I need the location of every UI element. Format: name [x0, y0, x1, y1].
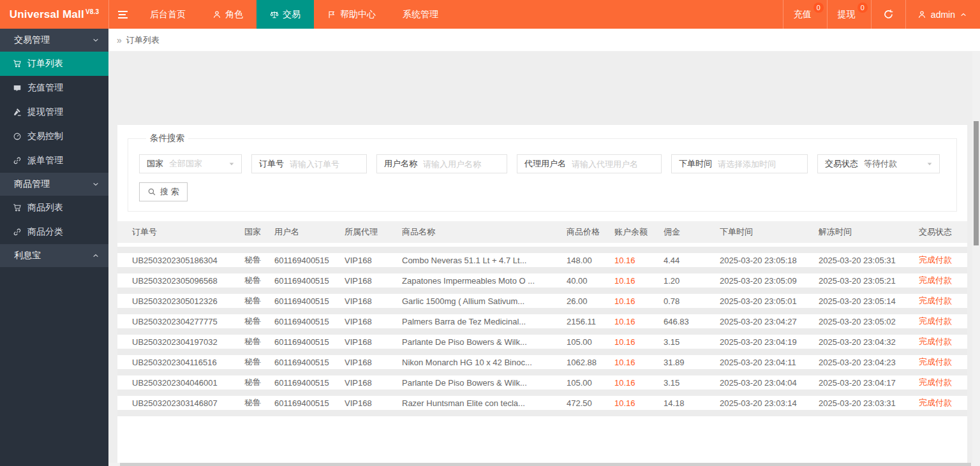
page-title: 订单列表 [126, 34, 160, 46]
sidebar: 交易管理订单列表充值管理提现管理交易控制派单管理商品管理商品列表商品分类利息宝 [0, 29, 108, 466]
cell-order_no: UB2503202303146807 [132, 398, 244, 408]
cell-commission: 14.18 [664, 398, 720, 408]
sidebar-collapse-button[interactable] [108, 0, 137, 29]
withdraw-count-badge: 0 [858, 3, 868, 13]
search-fields-row: 国家全部国家订单号用户名称代理用户名下单时间交易状态等待付款 [139, 154, 947, 173]
search-field-username: 用户名称 [376, 154, 507, 173]
link-icon [13, 156, 22, 165]
country-select[interactable]: 全部国家 [169, 155, 241, 173]
sidebar-item-label: 充值管理 [27, 82, 63, 94]
topbar-recharge-button[interactable]: 充值0 [783, 0, 827, 29]
gavel-icon [13, 108, 22, 117]
search-button[interactable]: 搜 索 [139, 182, 188, 201]
sidebar-group-label: 交易管理 [14, 34, 50, 46]
username-input[interactable] [423, 156, 507, 172]
order-time-input[interactable] [718, 156, 807, 172]
cell-order_time: 2025-03-20 23:04:11 [720, 358, 819, 367]
sidebar-item-trade-control[interactable]: 交易控制 [0, 124, 108, 149]
cell-agent: VIP168 [345, 256, 402, 265]
orders-table: 订单号国家用户名所属代理商品名称商品价格账户余额佣金下单时间解冻时间交易状态 U… [117, 221, 967, 419]
cell-commission: 0.78 [664, 296, 720, 306]
table-row: UB2503202305096568秘鲁601169400515VIP168Za… [117, 267, 967, 288]
cell-order_time: 2025-03-20 23:05:01 [720, 296, 819, 306]
sidebar-group-product-management[interactable]: 商品管理 [0, 173, 108, 196]
hamburger-icon [118, 11, 128, 12]
cell-commission: 3.15 [664, 378, 720, 388]
cell-unfreeze_time: 2025-03-20 23:05:31 [819, 256, 919, 265]
cell-country: 秘鲁 [244, 254, 274, 266]
sidebar-item-label: 交易控制 [27, 131, 63, 142]
cell-balance: 10.16 [614, 358, 664, 367]
table-row: UB2503202304046001秘鲁601169400515VIP168Pa… [117, 369, 967, 390]
topnav-label: 后台首页 [150, 9, 186, 20]
topnav-item-system[interactable]: 系统管理 [389, 0, 452, 29]
search-field-order-no: 订单号 [251, 154, 367, 173]
sidebar-item-dispatch-management[interactable]: 派单管理 [0, 149, 108, 173]
column-header-status: 交易状态 [919, 226, 967, 238]
topnav-label: 帮助中心 [340, 9, 376, 20]
cell-product: Nikon Monarch HG 10 x 42 Binoc... [402, 358, 567, 367]
cell-agent: VIP168 [345, 276, 402, 286]
scales-icon [270, 10, 279, 19]
sidebar-item-withdraw-management[interactable]: 提现管理 [0, 100, 108, 124]
cell-product: Zapatones Impermeables Moto O ... [402, 276, 567, 286]
caret-down-icon [228, 160, 235, 168]
sidebar-item-product-list[interactable]: 商品列表 [0, 196, 108, 220]
refresh-button[interactable] [871, 0, 905, 29]
cell-product: Palmers Barra de Tez Medicinal... [402, 317, 567, 326]
sidebar-item-label: 派单管理 [27, 155, 63, 166]
cell-agent: VIP168 [345, 378, 402, 388]
cell-price: 1062.88 [567, 358, 614, 367]
cell-username: 601169400515 [274, 358, 345, 367]
cell-commission: 3.15 [664, 337, 720, 347]
cart-icon [13, 59, 22, 68]
topnav-label: 角色 [225, 9, 243, 20]
vertical-scrollbar[interactable] [972, 52, 980, 466]
topnav-item-trade[interactable]: 交易 [256, 0, 314, 29]
column-header-order_no: 订单号 [132, 226, 244, 238]
cell-status: 完成付款 [919, 254, 967, 266]
table-body: UB2503202305186304秘鲁601169400515VIP168Co… [117, 247, 967, 419]
app-logo[interactable]: Universal MallV8.3 [0, 0, 108, 29]
agent-username-input[interactable] [572, 156, 661, 172]
cell-balance: 10.16 [614, 256, 664, 265]
topnav-item-home[interactable]: 后台首页 [137, 0, 199, 29]
cell-status: 完成付款 [919, 377, 967, 388]
sidebar-group-interest-treasure[interactable]: 利息宝 [0, 244, 108, 267]
breadcrumb: » 订单列表 [108, 29, 980, 52]
table-row: UB2503202305012326秘鲁601169400515VIP168Ga… [117, 288, 967, 308]
user-icon [917, 10, 926, 19]
sidebar-group-trade-management[interactable]: 交易管理 [0, 29, 108, 52]
app-version: V8.3 [85, 8, 99, 15]
cell-order_no: UB2503202305186304 [132, 256, 244, 265]
cell-balance: 10.16 [614, 378, 664, 388]
cell-order_time: 2025-03-20 23:04:19 [720, 337, 819, 347]
sidebar-item-recharge-management[interactable]: 充值管理 [0, 76, 108, 100]
search-field-country: 国家全部国家 [139, 154, 242, 173]
sidebar-filler [0, 267, 108, 466]
order-no-input[interactable] [290, 156, 366, 172]
topnav-item-roles[interactable]: 角色 [199, 0, 256, 29]
sidebar-item-product-category[interactable]: 商品分类 [0, 220, 108, 244]
cell-order_no: UB2503202305012326 [132, 296, 244, 306]
agent-username-label: 代理用户名 [517, 158, 572, 170]
horizontal-scrollbar-thumb[interactable] [120, 463, 971, 466]
control-icon [13, 132, 22, 141]
chevron-up-icon [960, 11, 967, 18]
cell-unfreeze_time: 2025-03-20 23:04:32 [819, 337, 919, 347]
search-field-agent-username: 代理用户名 [517, 154, 662, 173]
cell-price: 105.00 [567, 337, 614, 347]
table-row: UB2503202303146807秘鲁601169400515VIP168Ra… [117, 390, 967, 410]
topnav-item-help-center[interactable]: 帮助中心 [314, 0, 389, 29]
table-row-partial [117, 410, 967, 419]
vertical-scrollbar-thumb[interactable] [974, 121, 979, 245]
recharge-count-badge: 0 [813, 3, 824, 13]
column-header-order_time: 下单时间 [720, 226, 819, 238]
horizontal-scrollbar[interactable] [108, 463, 980, 466]
topbar-withdraw-button[interactable]: 提现0 [827, 0, 871, 29]
cell-country: 秘鲁 [244, 316, 274, 327]
user-menu[interactable]: admin [905, 0, 980, 29]
sidebar-item-order-list[interactable]: 订单列表 [0, 52, 108, 76]
trade-status-select[interactable]: 等待付款 [864, 155, 939, 173]
top-navigation: 后台首页角色交易帮助中心系统管理 [137, 0, 452, 29]
